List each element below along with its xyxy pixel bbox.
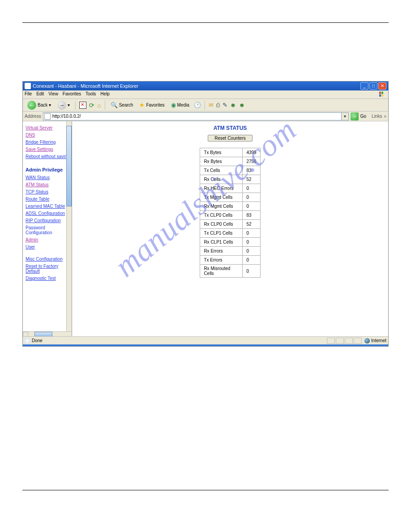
sidebar-link[interactable]: Reboot without saving xyxy=(26,154,71,159)
page-icon xyxy=(44,113,51,120)
stat-label: Rx Errors xyxy=(200,247,243,256)
statusbar: Done Internet xyxy=(23,336,388,344)
stat-value: 0 xyxy=(243,193,260,202)
refresh-icon[interactable]: ⟳ xyxy=(89,102,94,109)
table-row: Tx Cells83 xyxy=(200,166,260,175)
stat-label: Rx Cells xyxy=(200,175,243,184)
minimize-button[interactable]: _ xyxy=(360,82,368,90)
address-input[interactable]: http://10.0.0.2/ ▾ xyxy=(43,112,349,120)
stat-value: 0 xyxy=(243,265,260,278)
done-icon xyxy=(25,338,30,343)
history-icon[interactable]: 🕑 xyxy=(194,102,201,108)
close-button[interactable]: ✕ xyxy=(378,82,386,90)
sidebar-link[interactable]: Route Table xyxy=(26,197,71,202)
stat-label: Tx Cells xyxy=(200,166,243,175)
titlebar: Conexant - Hasbani - Microsoft Internet … xyxy=(23,82,388,90)
messenger2-icon[interactable]: ☻ xyxy=(239,102,245,108)
password-config-label: Password Configuration xyxy=(26,225,71,235)
table-row: Rx CLP0 Cells52 xyxy=(200,220,260,229)
sidebar-link[interactable]: Misc Configuration xyxy=(26,257,71,262)
menubar: File Edit View Favorites Tools Help xyxy=(23,90,388,99)
address-label: Address xyxy=(25,114,41,119)
mail-icon[interactable]: ✉ xyxy=(209,102,214,108)
sidebar: Virtual ServerDNSBridge FilteringSave Se… xyxy=(23,121,72,336)
sidebar-link[interactable]: WAN Status xyxy=(26,175,71,180)
windows-logo-icon xyxy=(379,91,386,98)
favorites-button[interactable]: ★Favorites xyxy=(137,101,166,109)
table-row: Tx CLP0 Cells83 xyxy=(200,211,260,220)
messenger-icon[interactable]: ☻ xyxy=(230,102,236,108)
password-user-link[interactable]: User xyxy=(26,245,71,249)
table-row: Rx HEC Errors0 xyxy=(200,184,260,193)
atm-status-table: Tx Bytes4399Rx Bytes2756Tx Cells83Rx Cel… xyxy=(200,148,260,278)
media-button[interactable]: ◉Media xyxy=(169,101,191,109)
sidebar-link[interactable]: Save Settings xyxy=(26,147,71,152)
table-row: Rx Cells52 xyxy=(200,175,260,184)
stat-label: Tx Bytes xyxy=(200,148,243,157)
table-row: Tx Mgmt Cells0 xyxy=(200,193,260,202)
sidebar-link[interactable]: Virtual Server xyxy=(26,125,71,130)
stat-value: 0 xyxy=(243,238,260,247)
sidebar-link[interactable]: Learned MAC Table xyxy=(26,204,71,209)
admin-privilege-heading: Admin Privilege xyxy=(26,167,71,172)
sidebar-hscroll[interactable] xyxy=(23,331,72,336)
links-label[interactable]: Links xyxy=(372,114,382,119)
stat-value: 83 xyxy=(243,211,260,220)
table-row: Tx CLP1 Cells0 xyxy=(200,229,260,238)
sidebar-link[interactable]: ADSL Configuration xyxy=(26,211,71,216)
menu-help[interactable]: Help xyxy=(100,91,110,98)
stat-label: Tx Mgmt Cells xyxy=(200,193,243,202)
browser-window: manualshive.com Conexant - Hasbani - Mic… xyxy=(22,81,389,347)
forward-button[interactable]: →▾ xyxy=(56,100,72,110)
sidebar-link[interactable]: ATM Status xyxy=(26,182,71,187)
ie-icon xyxy=(25,83,31,89)
stat-value: 52 xyxy=(243,175,260,184)
window-title: Conexant - Hasbani - Microsoft Internet … xyxy=(33,83,138,89)
stat-label: Rx HEC Errors xyxy=(200,184,243,193)
internet-icon xyxy=(364,338,370,343)
page-title: ATM STATUS xyxy=(72,125,388,131)
addressbar: Address http://10.0.0.2/ ▾ → Go Links » xyxy=(23,112,388,121)
stat-label: Rx CLP1 Cells xyxy=(200,238,243,247)
password-admin-link[interactable]: Admin xyxy=(26,237,71,242)
stat-value: 4399 xyxy=(243,148,260,157)
go-button[interactable]: → xyxy=(351,112,359,120)
home-icon[interactable]: ⌂ xyxy=(97,102,101,109)
back-button[interactable]: ← Back ▾ xyxy=(26,100,53,110)
menu-tools[interactable]: Tools xyxy=(86,91,96,98)
edit-icon[interactable]: ✎ xyxy=(223,102,227,108)
table-row: Rx Bytes2756 xyxy=(200,157,260,166)
stat-label: Rx Mgmt Cells xyxy=(200,202,243,211)
sidebar-link[interactable]: Diagnostic Test xyxy=(26,276,71,281)
stat-label: Tx CLP0 Cells xyxy=(200,211,243,220)
table-row: Rx CLP1 Cells0 xyxy=(200,238,260,247)
stat-label: Rx CLP0 Cells xyxy=(200,220,243,229)
sidebar-scrollbar[interactable] xyxy=(66,121,72,336)
sidebar-link[interactable]: Bridge Filtering xyxy=(26,140,71,145)
sidebar-link[interactable]: TCP Status xyxy=(26,189,71,194)
menu-edit[interactable]: Edit xyxy=(36,91,44,98)
menu-favorites[interactable]: Favorites xyxy=(63,91,81,98)
toolbar: ← Back ▾ →▾ ⟳ ⌂ 🔍Search ★Favorites ◉Medi… xyxy=(23,99,388,112)
menu-file[interactable]: File xyxy=(25,91,32,98)
stat-value: 0 xyxy=(243,202,260,211)
stat-value: 0 xyxy=(243,247,260,256)
reset-counters-button[interactable]: Reset Counters xyxy=(208,135,252,142)
stat-value: 52 xyxy=(243,220,260,229)
zone-indicator: Internet xyxy=(364,338,386,343)
menu-view[interactable]: View xyxy=(48,91,58,98)
stat-value: 0 xyxy=(243,184,260,193)
print-icon[interactable]: ⎙ xyxy=(216,102,220,108)
sidebar-link[interactable]: RIP Configuration xyxy=(26,218,71,223)
maximize-button[interactable]: □ xyxy=(369,82,377,90)
stat-value: 0 xyxy=(243,229,260,238)
address-dropdown-icon[interactable]: ▾ xyxy=(341,113,348,120)
stop-icon[interactable] xyxy=(79,102,86,109)
sidebar-link[interactable]: DNS xyxy=(26,133,71,137)
scroll-thumb[interactable] xyxy=(66,126,72,206)
stat-value: 2756 xyxy=(243,157,260,166)
address-url: http://10.0.0.2/ xyxy=(51,114,341,119)
go-label: Go xyxy=(360,114,366,119)
sidebar-link[interactable]: Reset to Factory Default xyxy=(26,264,71,274)
search-button[interactable]: 🔍Search xyxy=(109,101,135,109)
